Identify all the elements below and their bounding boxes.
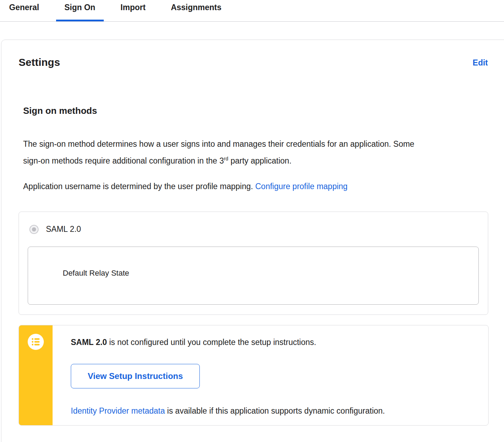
- card-header: Settings Edit: [19, 56, 497, 69]
- page-title: Settings: [19, 56, 60, 69]
- callout-message-text: is not configured until you complete the…: [107, 338, 316, 347]
- saml-radio-button[interactable]: [29, 225, 39, 234]
- callout-method-name: SAML 2.0: [71, 338, 107, 347]
- metadata-note: Identity Provider metadata is available …: [71, 405, 385, 416]
- metadata-note-text: is available if this application support…: [165, 406, 385, 415]
- saml-method-label: SAML 2.0: [46, 225, 81, 234]
- description-text-end: party application.: [228, 156, 291, 165]
- callout-accent-strip: [19, 325, 53, 425]
- view-setup-instructions-button[interactable]: View Setup Instructions: [71, 364, 200, 388]
- default-relay-state-box: Default Relay State: [28, 247, 479, 305]
- settings-card: Settings Edit Sign on methods The sign-o…: [1, 40, 504, 442]
- username-note: Application username is determined by th…: [23, 180, 497, 192]
- tab-import[interactable]: Import: [112, 0, 154, 21]
- saml-method-box: SAML 2.0 Default Relay State: [19, 212, 488, 315]
- username-note-text: Application username is determined by th…: [23, 182, 255, 191]
- tab-bar: General Sign On Import Assignments: [0, 0, 504, 22]
- ordinal-superscript: rd: [224, 156, 228, 161]
- default-relay-state-label: Default Relay State: [63, 269, 129, 277]
- sign-on-methods-heading: Sign on methods: [23, 105, 497, 116]
- callout-message: SAML 2.0 is not configured until you com…: [71, 337, 385, 348]
- callout-body: SAML 2.0 is not configured until you com…: [53, 325, 385, 425]
- edit-link[interactable]: Edit: [473, 58, 488, 68]
- identity-provider-metadata-link[interactable]: Identity Provider metadata: [71, 406, 165, 415]
- list-icon: [28, 334, 44, 350]
- tab-assignments[interactable]: Assignments: [162, 0, 230, 21]
- setup-instructions-callout: SAML 2.0 is not configured until you com…: [19, 325, 489, 426]
- saml-radio-row: SAML 2.0: [19, 212, 488, 234]
- tab-sign-on[interactable]: Sign On: [56, 0, 104, 21]
- tab-general[interactable]: General: [1, 0, 48, 21]
- configure-profile-mapping-link[interactable]: Configure profile mapping: [255, 182, 347, 191]
- sign-on-description: The sign-on method determines how a user…: [23, 136, 416, 169]
- description-text: The sign-on method determines how a user…: [23, 139, 414, 165]
